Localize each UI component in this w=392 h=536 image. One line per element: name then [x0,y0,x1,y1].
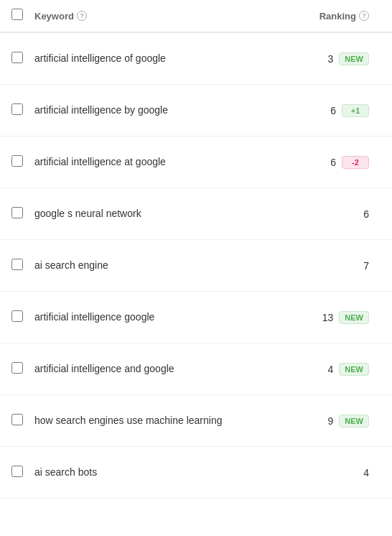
row-checkbox-container[interactable] [11,207,34,221]
ranking-number: 9 [319,415,333,427]
row-checkbox[interactable] [11,207,23,218]
ranking-number: 6 [355,208,369,220]
ranking-badge: NEW [339,311,369,324]
ranking-cell: 4 NEW [280,363,381,376]
ranking-help-icon[interactable]: ? [359,11,369,21]
ranking-cell: 7 [280,260,381,272]
select-all-checkbox[interactable] [11,9,23,20]
ranking-cell: 6 [280,208,381,220]
ranking-number: 7 [355,260,369,272]
select-all-checkbox-container[interactable] [11,9,34,23]
keyword-header-label: Keyword [34,11,74,22]
keyword-cell: google s neural network [34,207,280,221]
table-row: artificial intelligence by google 6 +1 [0,85,392,137]
ranking-header-label: Ranking [319,11,356,22]
ranking-number: 3 [319,53,333,65]
keyword-help-icon[interactable]: ? [77,11,87,21]
ranking-cell: 3 NEW [280,52,381,65]
keyword-cell: artificial intelligence of google [34,52,280,66]
keyword-column-header: Keyword ? [34,11,280,22]
table-row: google s neural network 6 [0,188,392,240]
table-row: ai search bots 4 [0,447,392,499]
ranking-column-header: Ranking ? [280,11,381,22]
ranking-cell: 9 NEW [280,415,381,428]
ranking-number: 4 [319,364,333,375]
ranking-number: 13 [319,312,333,323]
row-checkbox[interactable] [11,103,23,115]
row-checkbox[interactable] [11,466,23,477]
row-checkbox-container[interactable] [11,362,34,376]
ranking-cell: 13 NEW [280,311,381,324]
table-row: artificial intelligence at google 6 -2 [0,137,392,188]
table-row: artificial intelligence and google 4 NEW [0,343,392,395]
row-checkbox-container[interactable] [11,259,34,273]
keyword-cell: artificial intelligence and google [34,362,280,376]
ranking-badge: +1 [342,104,369,117]
table-row: how search engines use machine learning … [0,395,392,447]
row-checkbox[interactable] [11,414,23,425]
keyword-cell: artificial intelligence at google [34,155,280,170]
row-checkbox[interactable] [11,362,23,374]
row-checkbox[interactable] [11,52,23,63]
row-checkbox-container[interactable] [11,52,34,66]
keyword-cell: how search engines use machine learning [34,414,280,428]
ranking-badge: NEW [339,52,369,65]
keywords-table: Keyword ? Ranking ? artificial intellige… [0,0,392,499]
ranking-number: 6 [322,105,336,116]
table-row: artificial intelligence google 13 NEW [0,292,392,343]
row-checkbox-container[interactable] [11,466,34,480]
row-checkbox[interactable] [11,155,23,167]
ranking-badge: NEW [339,415,369,428]
ranking-cell: 6 -2 [280,156,381,169]
table-body: artificial intelligence of google 3 NEW … [0,33,392,499]
row-checkbox[interactable] [11,259,23,270]
row-checkbox-container[interactable] [11,414,34,428]
row-checkbox[interactable] [11,310,23,322]
keyword-cell: ai search engine [34,259,280,273]
keyword-cell: artificial intelligence google [34,310,280,325]
row-checkbox-container[interactable] [11,155,34,170]
ranking-badge: -2 [342,156,369,169]
ranking-badge: NEW [339,363,369,376]
keyword-cell: artificial intelligence by google [34,103,280,118]
keyword-cell: ai search bots [34,466,280,480]
table-row: artificial intelligence of google 3 NEW [0,33,392,85]
table-header: Keyword ? Ranking ? [0,0,392,33]
row-checkbox-container[interactable] [11,310,34,325]
row-checkbox-container[interactable] [11,103,34,118]
ranking-cell: 6 +1 [280,104,381,117]
ranking-number: 6 [322,157,336,168]
table-row: ai search engine 7 [0,240,392,292]
ranking-cell: 4 [280,467,381,479]
ranking-number: 4 [355,467,369,479]
